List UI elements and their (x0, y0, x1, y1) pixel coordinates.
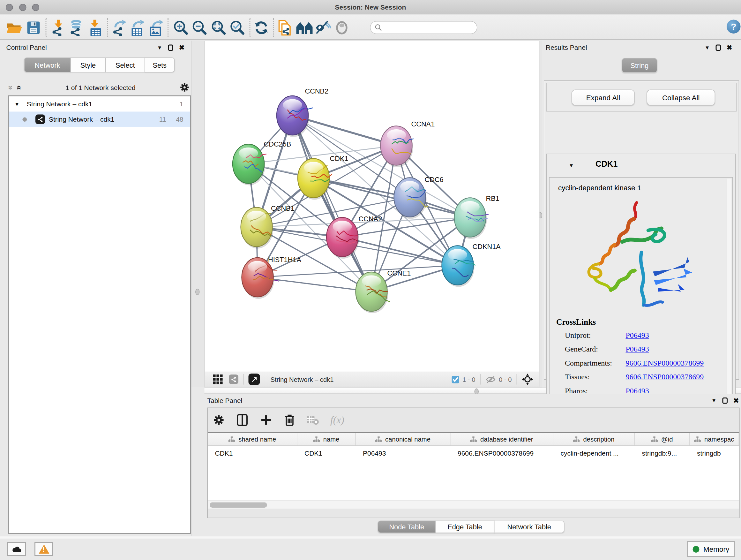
hidden-eye-icon[interactable] (485, 375, 496, 383)
show-all-button[interactable] (333, 19, 350, 37)
selected-checkbox-icon[interactable] (451, 375, 460, 383)
collection-label: String Network – cdk1 (27, 100, 92, 108)
crosslink-link-compartments[interactable]: 9606.ENSP00000378699 (626, 359, 704, 368)
export-image-button[interactable] (147, 19, 164, 37)
cell-database-identifier[interactable]: 9606.ENSP00000378699 (458, 449, 534, 457)
collection-expand-icon[interactable]: ▼ (14, 101, 19, 107)
collapse-panel-icon[interactable]: ▼ (711, 397, 717, 403)
collapse-panel-icon[interactable]: ▼ (157, 45, 162, 51)
column-header-namespac[interactable]: namespac (690, 433, 739, 445)
collapse-all-networks-icon[interactable]: » (14, 85, 23, 90)
tab-node-table[interactable]: Node Table (378, 521, 436, 533)
float-panel-icon[interactable] (722, 397, 728, 403)
node-CDC6[interactable]: CDC6 (394, 176, 444, 219)
table-h-scrollbar[interactable] (208, 501, 739, 509)
hide-selected-button[interactable] (315, 19, 332, 37)
open-session-button[interactable] (6, 19, 23, 37)
table-settings-gear-icon[interactable] (213, 415, 224, 425)
float-panel-icon[interactable] (716, 44, 721, 51)
zoom-fit-button[interactable] (210, 19, 227, 37)
export-network-button[interactable] (111, 19, 128, 37)
warnings-button[interactable] (35, 542, 53, 556)
crosshair-icon[interactable] (522, 374, 533, 385)
edge-CCNB2-CCNE1[interactable] (293, 116, 372, 292)
node-CDK1[interactable]: CDK1 (298, 154, 348, 199)
zoom-in-button[interactable] (172, 19, 190, 37)
column-header-canonical-name[interactable]: canonical name (356, 433, 451, 445)
search-input[interactable] (382, 24, 477, 31)
node-CCNB2[interactable]: CCNB2 (277, 87, 328, 137)
import-network-button[interactable] (50, 19, 67, 37)
help-button[interactable]: ? (727, 20, 741, 34)
open-in-window-icon[interactable] (249, 374, 260, 385)
network-graph[interactable]: CCNB2CCNA1CDC25BCDK1CDC6RB1CCNB1CCNA2CDK… (205, 41, 539, 372)
memory-button[interactable]: Memory (687, 541, 736, 557)
column-header-database-identifier[interactable]: database identifier (451, 433, 554, 445)
crosslink-link-genecard[interactable]: P06493 (626, 345, 649, 354)
refresh-icon (254, 20, 269, 36)
column-header-id[interactable]: @id (635, 433, 690, 445)
node-label-CCNA1: CCNA1 (411, 120, 435, 128)
delete-column-icon[interactable] (284, 414, 295, 426)
close-panel-icon[interactable]: ✖ (733, 396, 739, 404)
node-CDKN1A[interactable]: CDKN1A (442, 243, 501, 287)
float-panel-icon[interactable] (168, 44, 173, 51)
cloud-button[interactable] (7, 542, 26, 556)
refresh-button[interactable] (253, 19, 270, 37)
first-neighbors-button[interactable] (296, 19, 313, 37)
close-panel-icon[interactable]: ✖ (179, 44, 185, 51)
cell-shared-name[interactable]: CDK1 (215, 449, 233, 457)
cell-namespac[interactable]: stringdb (697, 449, 721, 457)
node-CCNE1[interactable]: CCNE1 (356, 269, 411, 314)
birdseye-grid-icon[interactable] (212, 374, 223, 385)
column-header-name[interactable]: name (297, 433, 356, 445)
table-h-scrollbar-thumb[interactable] (210, 502, 267, 508)
network-collection-row[interactable]: ▼ String Network – cdk1 1 (9, 97, 190, 112)
close-panel-icon[interactable]: ✖ (727, 44, 732, 51)
tab-style[interactable]: Style (71, 57, 106, 72)
tab-edge-table[interactable]: Edge Table (435, 521, 495, 533)
cell-description[interactable]: cyclin-dependent ... (561, 449, 619, 457)
crosslink-link-uniprot[interactable]: P06493 (626, 331, 649, 340)
import-network-from-database-button[interactable] (68, 19, 85, 37)
left-splitter[interactable] (192, 41, 205, 387)
left-splitter-handle[interactable] (195, 289, 200, 295)
network-canvas[interactable]: CCNB2CCNA1CDC25BCDK1CDC6RB1CCNB1CCNA2CDK… (205, 41, 540, 387)
search-field[interactable] (370, 21, 477, 34)
collapse-panel-icon[interactable]: ▼ (704, 45, 710, 51)
tab-network-table[interactable]: Network Table (495, 521, 564, 533)
node-CDC25B[interactable]: CDC25B (232, 140, 291, 185)
crosslink-link-tissues[interactable]: 9606.ENSP00000378699 (626, 373, 704, 381)
add-column-icon[interactable] (260, 415, 272, 426)
node-CCNA2[interactable]: CCNA2 (327, 215, 382, 259)
edge-HIST1H1A-CCNE1[interactable] (258, 277, 372, 292)
export-table-button[interactable] (129, 19, 146, 37)
tab-select[interactable]: Select (106, 57, 145, 72)
results-scrollbar[interactable] (727, 179, 731, 403)
gear-icon[interactable] (180, 83, 189, 92)
node-RB1[interactable]: RB1 (455, 194, 499, 239)
network-row[interactable]: String Network – cdk1 11 48 (9, 112, 190, 127)
string-view-icon[interactable] (229, 374, 239, 384)
tab-network[interactable]: Network (24, 57, 71, 72)
expand-all-button[interactable]: Expand All (571, 90, 635, 106)
network-edge-count: 48 (176, 116, 183, 123)
save-session-button[interactable] (25, 19, 42, 37)
import-table-button[interactable] (87, 19, 105, 37)
column-header-shared-name[interactable]: shared name (208, 433, 297, 445)
collapse-all-button[interactable]: Collapse All (647, 90, 716, 106)
cell-id[interactable]: stringdb:9... (642, 449, 677, 457)
tab-sets[interactable]: Sets (145, 57, 175, 72)
column-header-description[interactable]: description (553, 433, 635, 445)
zoom-selected-button[interactable] (229, 19, 246, 37)
duplicate-network-button[interactable] (277, 19, 294, 37)
cell-name[interactable]: CDK1 (305, 449, 322, 457)
section-collapse-icon[interactable]: ▼ (569, 163, 574, 168)
zoom-out-button[interactable] (191, 19, 208, 37)
cell-canonical-name[interactable]: P06493 (363, 449, 386, 457)
node-CCNA1[interactable]: CCNA1 (381, 120, 435, 167)
eye-hide-icon (315, 21, 331, 35)
show-columns-icon[interactable] (237, 414, 248, 426)
tab-string[interactable]: String (622, 58, 657, 73)
node-HIST1H1A[interactable]: HIST1H1A (242, 256, 301, 299)
